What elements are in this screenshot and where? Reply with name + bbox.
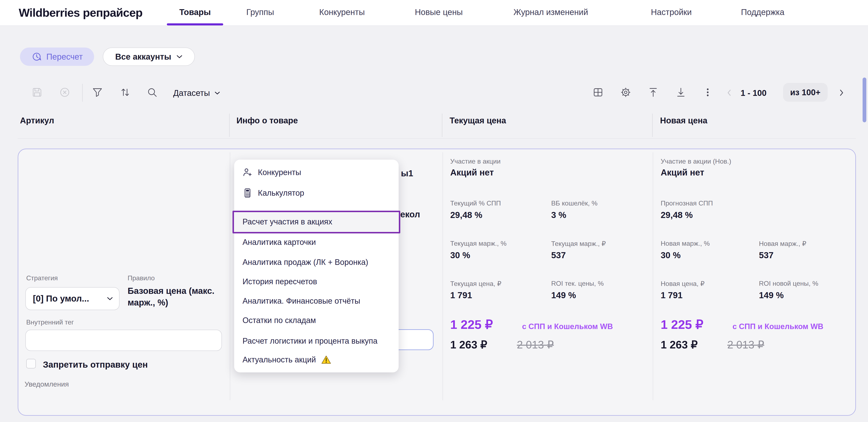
filter-icon[interactable] — [92, 86, 103, 98]
new-price-value: 1 791 — [661, 290, 683, 300]
tab-podderzhka[interactable]: Поддержка — [741, 7, 784, 18]
new-spp-value: 29,48 % — [661, 210, 693, 220]
rule-value: Базовая цена (макс. марж., %) — [128, 285, 227, 308]
column-header-info: Инфо о товаре — [237, 116, 298, 125]
cancel-icon[interactable] — [59, 86, 70, 98]
more-menu-icon[interactable] — [702, 86, 714, 98]
pagination-total-badge: из 100+ — [783, 83, 828, 102]
recalc-button-label: Пересчет — [46, 52, 83, 61]
accounts-dropdown[interactable]: Все аккаунты — [103, 48, 195, 66]
product-row-card: Стратегия Правило [0] По умол... Базовая… — [18, 148, 856, 416]
menu-item-analitika-kartochki[interactable]: Аналитика карточки — [234, 234, 399, 250]
strategy-select[interactable]: [0] По умол... — [25, 287, 120, 310]
chevron-down-icon — [107, 297, 113, 301]
menu-item-label: История пересчетов — [243, 277, 317, 286]
page-prev-icon[interactable] — [726, 89, 733, 96]
current-promo-price: 1 225 ₽ — [450, 317, 493, 332]
tab-nastroyki[interactable]: Настройки — [651, 7, 692, 18]
tab-tovary[interactable]: Товары — [179, 7, 211, 18]
new-margin-pct-value: 30 % — [661, 250, 681, 260]
toolbar-divider — [82, 84, 83, 102]
header-bottom-divider — [18, 138, 856, 139]
current-final-price: 1 263 ₽ — [450, 338, 487, 351]
new-margin-pct-label: Новая марж., % — [661, 240, 710, 247]
wallet-label: ВБ кошелёк, % — [551, 199, 598, 207]
recalc-button[interactable]: Пересчет — [20, 48, 94, 66]
notifications-label: Уведомления — [25, 380, 69, 388]
menu-item-raschet-logistiki[interactable]: Расчет логистики и процента выкупа — [234, 333, 399, 349]
current-margin-rub-label: Текущая марж., ₽ — [551, 240, 606, 248]
search-icon[interactable] — [146, 86, 158, 98]
pagination-range: 1 - 100 — [741, 88, 767, 98]
accounts-dropdown-label: Все аккаунты — [115, 52, 171, 61]
current-price-label: Текущая цена, ₽ — [450, 280, 501, 288]
menu-item-label: Расчет логистики и процента выкупа — [243, 337, 377, 345]
menu-item-istoriya-pereschetov[interactable]: История пересчетов — [234, 274, 399, 289]
current-price-value: 1 791 — [450, 290, 472, 300]
new-margin-rub-value: 537 — [759, 250, 774, 260]
page: Wildberries репрайсер Товары Группы Конк… — [0, 0, 868, 422]
menu-item-label: Аналитика. Финансовые отчёты — [243, 297, 360, 306]
calculator-icon — [243, 188, 252, 198]
download-icon[interactable] — [675, 86, 687, 98]
strategy-label: Стратегия — [26, 274, 58, 282]
settings-gear-icon[interactable] — [620, 86, 631, 98]
menu-item-label: Аналитика продаж (ЛК + Воронка) — [243, 258, 368, 267]
clock-history-icon — [31, 51, 42, 62]
info-text-fragment: ы1 — [401, 168, 413, 178]
tab-konkurenty[interactable]: Конкуренты — [319, 7, 365, 18]
row-context-menu: Конкуренты Калькулятор Расчет участия в … — [234, 160, 399, 372]
menu-item-label: Калькулятор — [258, 189, 304, 198]
new-spp-label: Прогнозная СПП — [661, 199, 713, 207]
chevron-down-icon — [215, 91, 220, 95]
column-header-artikul: Артикул — [20, 116, 54, 125]
current-promo-price-note: с СПП и Кошельком WB — [522, 322, 613, 331]
internal-tag-label: Внутренний тег — [26, 318, 74, 326]
upload-icon[interactable] — [647, 86, 659, 98]
table-columns-icon[interactable] — [592, 86, 604, 98]
current-promo-value: Акций нет — [450, 168, 494, 177]
sort-icon[interactable] — [119, 86, 131, 98]
current-spp-value: 29,48 % — [450, 210, 482, 220]
header-column-divider — [442, 114, 442, 137]
current-margin-pct-label: Текущая марж., % — [450, 240, 506, 247]
save-icon[interactable] — [31, 86, 43, 98]
row-column-divider — [653, 152, 653, 400]
menu-item-ostatki-po-skladam[interactable]: Остатки по складам — [234, 312, 399, 328]
row-column-divider — [442, 152, 443, 400]
tab-novye-tseny[interactable]: Новые цены — [415, 7, 463, 18]
current-roi-label: ROI тек. цены, % — [551, 280, 603, 287]
datasets-dropdown[interactable]: Датасеты — [173, 88, 220, 98]
row-column-divider — [230, 152, 230, 400]
menu-item-finansovye-otchety[interactable]: Аналитика. Финансовые отчёты — [234, 293, 399, 309]
wallet-value: 3 % — [551, 210, 566, 220]
info-text-fragment: екол — [400, 209, 420, 220]
internal-tag-input[interactable] — [25, 330, 222, 351]
column-header-current: Текущая цена — [450, 116, 506, 125]
strategy-select-value: [0] По умол... — [33, 293, 89, 304]
column-header-new: Новая цена — [660, 116, 707, 125]
new-promo-value: Акций нет — [661, 168, 704, 177]
rule-label: Правило — [128, 274, 155, 282]
datasets-dropdown-label: Датасеты — [173, 88, 210, 98]
tab-gruppy[interactable]: Группы — [246, 7, 274, 18]
new-promo-label: Участие в акции (Нов.) — [661, 158, 731, 165]
page-next-icon[interactable] — [838, 89, 845, 96]
tab-zhurnal[interactable]: Журнал изменений — [514, 7, 588, 18]
new-promo-price-note: с СПП и Кошельком WB — [733, 322, 823, 331]
vertical-scrollbar[interactable] — [863, 78, 866, 122]
menu-item-label: Расчет участия в акциях — [243, 217, 332, 226]
menu-item-kalkulyator[interactable]: Калькулятор — [234, 185, 399, 201]
new-roi-value: 149 % — [759, 290, 784, 300]
menu-item-analitika-prodazh[interactable]: Аналитика продаж (ЛК + Воронка) — [234, 254, 399, 270]
top-navigation-bar: Wildberries репрайсер Товары Группы Конк… — [0, 0, 868, 26]
menu-item-label: Остатки по складам — [243, 316, 316, 325]
header-column-divider — [229, 114, 229, 137]
menu-item-konkurenty[interactable]: Конкуренты — [234, 164, 399, 180]
menu-item-raschet-aktsiy[interactable]: Расчет участия в акциях — [234, 214, 399, 230]
menu-item-label: Актуальность акций — [243, 355, 316, 364]
forbid-prices-checkbox[interactable] — [26, 359, 36, 368]
app-logo: Wildberries репрайсер — [19, 6, 143, 19]
menu-item-aktualnost-aktsiy[interactable]: Актуальность акций — [234, 352, 399, 368]
menu-item-label: Конкуренты — [258, 168, 301, 177]
